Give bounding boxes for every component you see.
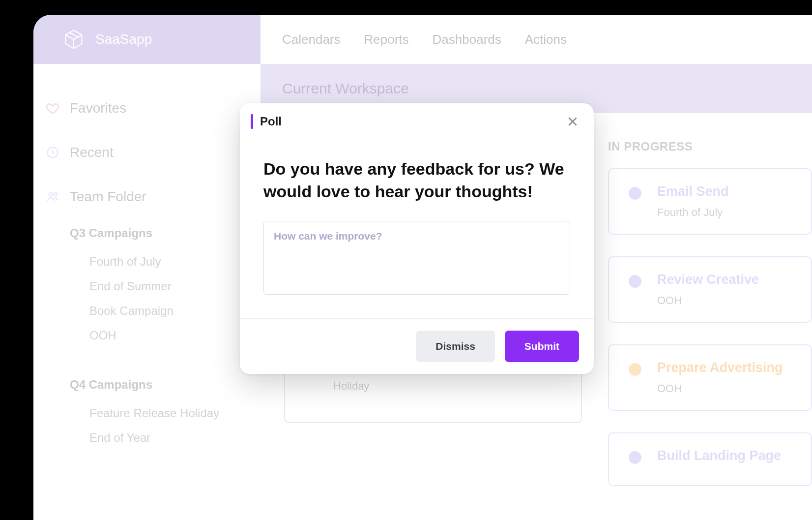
modal-question: Do you have any feedback for us? We woul… [263, 158, 570, 203]
card-prepare-advertising[interactable]: Prepare Advertising OOH [608, 344, 812, 411]
modal-body: Do you have any feedback for us? We woul… [240, 139, 594, 318]
board-column-in-progress: IN PROGRESS Email Send Fourth of July Re… [608, 128, 812, 508]
sidebar-group-q4-title[interactable]: Q4 Campaigns [70, 378, 249, 392]
users-icon [45, 189, 60, 204]
heart-icon [45, 101, 60, 116]
status-dot-icon [629, 363, 641, 376]
column-header-in-progress: IN PROGRESS [608, 140, 812, 153]
sidebar-item-fourth-of-july[interactable]: Fourth of July [89, 255, 249, 269]
sidebar-group-q3-title[interactable]: Q3 Campaigns [70, 226, 249, 240]
card-title: Prepare Advertising [657, 360, 783, 375]
modal-header: Poll [240, 103, 594, 139]
workspace-label: Current Workspace [282, 80, 409, 97]
brand-bar: SaaSapp [33, 15, 261, 64]
card-sub: Fourth of July [657, 206, 729, 219]
card-sub: OOH [657, 382, 783, 395]
submit-button[interactable]: Submit [505, 331, 579, 362]
modal-accent-bar [251, 114, 253, 129]
sidebar-team-folder-label: Team Folder [70, 189, 146, 205]
modal-title: Poll [260, 115, 282, 128]
card-title: Review Creative [657, 272, 759, 287]
poll-modal: Poll Do you have any feedback for us? We… [240, 103, 594, 374]
sidebar-item-end-of-summer[interactable]: End of Summer [89, 279, 249, 293]
feedback-textarea[interactable] [263, 221, 570, 295]
nav-reports[interactable]: Reports [364, 32, 409, 47]
dismiss-button[interactable]: Dismiss [416, 331, 495, 362]
nav-dashboards[interactable]: Dashboards [433, 32, 501, 47]
sidebar: Favorites Recent Team Folder Q3 Campaign… [33, 64, 261, 520]
svg-point-2 [54, 192, 57, 195]
sidebar-item-feature-release-holiday[interactable]: Feature Release Holiday [89, 406, 249, 420]
close-icon [566, 115, 579, 128]
close-button[interactable] [564, 113, 581, 130]
card-sub: Holiday [333, 380, 369, 393]
sidebar-team-folder[interactable]: Team Folder [45, 182, 249, 212]
modal-footer: Dismiss Submit [240, 318, 594, 374]
cube-logo-icon [63, 29, 85, 50]
status-dot-icon [629, 187, 641, 200]
top-nav: Calendars Reports Dashboards Actions [261, 15, 812, 64]
sidebar-recent[interactable]: Recent [45, 138, 249, 167]
card-build-landing-page[interactable]: Build Landing Page [608, 432, 812, 486]
nav-actions[interactable]: Actions [525, 32, 567, 47]
sidebar-item-book-campaign[interactable]: Book Campaign [89, 304, 249, 318]
svg-point-1 [49, 193, 53, 196]
app-window: SaaSapp Calendars Reports Dashboards Act… [33, 15, 812, 520]
sidebar-item-ooh[interactable]: OOH [89, 329, 249, 342]
sidebar-recent-label: Recent [70, 145, 114, 160]
clock-icon [45, 145, 60, 160]
card-title: Build Landing Page [657, 448, 781, 463]
nav-calendars[interactable]: Calendars [282, 32, 341, 47]
status-dot-icon [629, 451, 641, 464]
card-title: Email Send [657, 184, 729, 199]
status-dot-icon [629, 275, 641, 288]
card-sub: OOH [657, 294, 759, 307]
sidebar-item-end-of-year[interactable]: End of Year [89, 431, 249, 445]
sidebar-favorites-label: Favorites [70, 100, 126, 116]
card-email-send[interactable]: Email Send Fourth of July [608, 168, 812, 235]
sidebar-favorites[interactable]: Favorites [45, 93, 249, 123]
card-review-creative[interactable]: Review Creative OOH [608, 256, 812, 323]
brand-name: SaaSapp [95, 31, 152, 47]
